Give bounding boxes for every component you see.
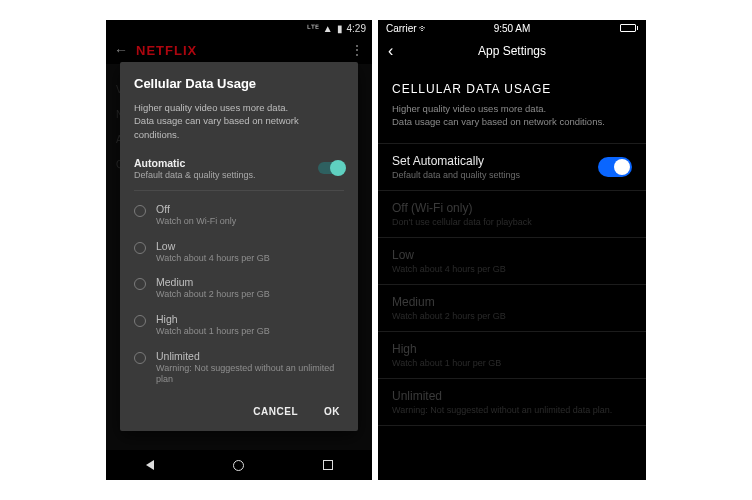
option-unlimited[interactable]: Unlimited Warning: Not suggested without… — [134, 344, 344, 392]
option-high[interactable]: High Watch about 1 hour per GB — [378, 331, 646, 378]
ios-phone: Carrier ᯤ 9:50 AM ‹ App Settings CELLULA… — [378, 20, 646, 480]
option-medium[interactable]: Medium Watch about 2 hours per GB — [378, 284, 646, 331]
option-off[interactable]: Off (Wi-Fi only) Don't use cellular data… — [378, 190, 646, 237]
radio-icon[interactable] — [134, 205, 146, 217]
nav-home-icon[interactable] — [233, 460, 244, 471]
set-automatically-sub: Default data and quality settings — [392, 170, 598, 180]
more-icon[interactable]: ⋮ — [350, 42, 364, 58]
page-title: App Settings — [478, 44, 546, 58]
android-status-bar: ᴸᵀᴱ ▲ ▮ 4:29 — [106, 20, 372, 36]
option-off[interactable]: Off Watch on Wi-Fi only — [134, 197, 344, 234]
nav-recent-icon[interactable] — [323, 460, 333, 470]
option-medium[interactable]: Medium Watch about 2 hours per GB — [134, 270, 344, 307]
netflix-brand: NETFLIX — [136, 43, 197, 58]
android-nav-bar — [106, 450, 372, 480]
option-low[interactable]: Low Watch about 4 hours per GB — [378, 237, 646, 284]
cancel-button[interactable]: CANCEL — [249, 400, 302, 423]
set-automatically-label: Set Automatically — [392, 154, 598, 168]
dialog-title: Cellular Data Usage — [134, 76, 344, 91]
option-high[interactable]: High Watch about 1 hours per GB — [134, 307, 344, 344]
dialog-actions: CANCEL OK — [134, 400, 344, 423]
status-time: 4:29 — [347, 23, 366, 34]
lte-icon: ᴸᵀᴱ — [307, 23, 319, 34]
back-icon[interactable]: ‹ — [388, 42, 393, 60]
dialog-description: Higher quality video uses more data. Dat… — [134, 101, 344, 141]
battery-icon — [620, 24, 639, 32]
ios-nav-bar: ‹ App Settings — [378, 36, 646, 66]
automatic-row[interactable]: Automatic Default data & quality setting… — [134, 151, 344, 186]
battery-icon: ▮ — [337, 23, 343, 34]
nav-back-icon[interactable] — [146, 460, 154, 470]
option-low[interactable]: Low Watch about 4 hours per GB — [134, 234, 344, 271]
automatic-sub: Default data & quality settings. — [134, 170, 318, 180]
option-unlimited[interactable]: Unlimited Warning: Not suggested without… — [378, 378, 646, 426]
carrier-label: Carrier ᯤ — [386, 23, 429, 34]
radio-icon[interactable] — [134, 315, 146, 327]
section-description: Higher quality video uses more data. Dat… — [378, 102, 646, 143]
back-icon[interactable]: ← — [114, 42, 128, 58]
signal-icon: ▲ — [323, 23, 333, 34]
radio-icon[interactable] — [134, 242, 146, 254]
android-app-header: ← NETFLIX ⋮ — [106, 36, 372, 64]
wifi-icon: ᯤ — [419, 23, 429, 34]
automatic-toggle[interactable] — [318, 162, 344, 174]
cellular-data-dialog: Cellular Data Usage Higher quality video… — [120, 62, 358, 431]
set-automatically-switch[interactable] — [598, 157, 632, 177]
divider — [134, 190, 344, 191]
android-phone: ᴸᵀᴱ ▲ ▮ 4:29 ← NETFLIX ⋮ V N A Q Cellula… — [106, 20, 372, 480]
ios-status-bar: Carrier ᯤ 9:50 AM — [378, 20, 646, 36]
radio-icon[interactable] — [134, 352, 146, 364]
ok-button[interactable]: OK — [320, 400, 344, 423]
status-time: 9:50 AM — [494, 23, 531, 34]
automatic-label: Automatic — [134, 157, 318, 169]
section-title: CELLULAR DATA USAGE — [378, 66, 646, 102]
set-automatically-row[interactable]: Set Automatically Default data and quali… — [378, 143, 646, 190]
radio-icon[interactable] — [134, 278, 146, 290]
